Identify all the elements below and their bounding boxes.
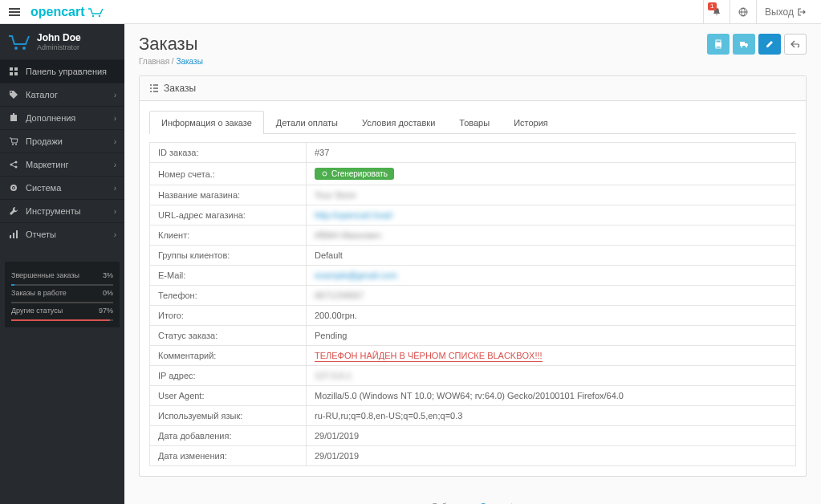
logout-button[interactable]: Выход <box>756 0 815 24</box>
nav-item-4[interactable]: Маркетинг› <box>0 152 124 176</box>
svg-rect-7 <box>10 72 13 75</box>
nav-label: Панель управления <box>26 67 107 76</box>
order-info-table: ID заказа:#37Номер счета.:СгенерироватьН… <box>149 142 796 466</box>
row-value: 200.00грн. <box>307 306 796 326</box>
row-value: #37 <box>307 143 796 163</box>
nav-item-1[interactable]: Каталог› <box>0 83 124 106</box>
nav-label: Маркетинг <box>26 160 68 169</box>
logout-label: Выход <box>765 6 794 18</box>
table-row: Номер счета.:Сгенерировать <box>150 163 796 185</box>
stat-row: Заказы в работе0% <box>11 286 113 300</box>
row-label: User Agent: <box>150 386 307 406</box>
nav-item-0[interactable]: Панель управления <box>0 59 124 83</box>
row-value: ИВАН Иванович <box>307 226 796 246</box>
profile-name: John Doe <box>37 32 81 43</box>
row-label: Группы клиентов: <box>150 246 307 266</box>
edit-button[interactable] <box>758 34 781 55</box>
wrench-icon <box>8 206 19 216</box>
row-label: Клиент: <box>150 226 307 246</box>
svg-rect-5 <box>10 67 13 71</box>
tab-1[interactable]: Детали оплаты <box>264 111 350 134</box>
row-value: Mozilla/5.0 (Windows NT 10.0; WOW64; rv:… <box>307 386 796 406</box>
table-row: Используемый язык:ru-RU,ru;q=0.8,en-US;q… <box>150 406 796 426</box>
logo-text: opencart <box>30 5 85 19</box>
row-label: Статус заказа: <box>150 326 307 346</box>
table-row: Дата добавления:29/01/2019 <box>150 426 796 446</box>
svg-point-4 <box>22 47 26 50</box>
table-row: E-Mail:example@gmail.com <box>150 266 796 286</box>
nav-item-3[interactable]: Продажи› <box>0 129 124 152</box>
nav-item-5[interactable]: Система› <box>0 176 124 199</box>
row-value: http://opencart.host/ <box>307 205 796 226</box>
back-button[interactable] <box>784 34 807 55</box>
nav-item-6[interactable]: Инструменты› <box>0 199 124 222</box>
generate-button[interactable]: Сгенерировать <box>315 168 394 180</box>
footer: Работает на Opencart Версия 2.0.3.1 <box>139 501 807 504</box>
svg-point-9 <box>10 91 12 93</box>
tabs: Информация о заказеДетали оплатыУсловия … <box>149 111 796 134</box>
nav-label: Каталог <box>26 90 58 100</box>
svg-rect-23 <box>740 42 745 46</box>
table-row: ID заказа:#37 <box>150 143 796 163</box>
row-value: Сгенерировать <box>307 163 796 185</box>
nav-label: Отчеты <box>26 230 56 239</box>
panel-heading: Заказы <box>140 76 806 101</box>
nav-item-7[interactable]: Отчеты› <box>0 222 124 246</box>
svg-point-26 <box>323 172 327 176</box>
logo[interactable]: opencart <box>30 5 105 19</box>
svg-rect-17 <box>10 235 11 238</box>
notif-count: 1 <box>708 2 716 10</box>
row-label: Комментарий: <box>150 346 307 366</box>
cart-icon <box>8 33 30 51</box>
print-shipping-button[interactable] <box>733 34 755 55</box>
tab-3[interactable]: Товары <box>447 111 502 134</box>
svg-rect-21 <box>716 40 721 43</box>
print-invoice-button[interactable] <box>707 34 730 55</box>
list-icon <box>149 83 159 93</box>
breadcrumb: Главная / Заказы <box>139 57 203 66</box>
table-row: URL-адрес магазина:http://opencart.host/ <box>150 205 796 226</box>
svg-point-24 <box>741 46 742 47</box>
table-row: Клиент:ИВАН Иванович <box>150 226 796 246</box>
tab-0[interactable]: Информация о заказе <box>149 111 264 134</box>
row-label: Телефон: <box>150 286 307 306</box>
table-row: Название магазина:Your Store <box>150 185 796 205</box>
row-value: ru-RU,ru;q=0.8,en-US;q=0.5,en;q=0.3 <box>307 406 796 426</box>
nav-label: Инструменты <box>26 206 81 216</box>
table-row: Итого:200.00грн. <box>150 306 796 326</box>
tab-2[interactable]: Условия доставки <box>350 111 447 134</box>
tag-icon <box>8 90 19 100</box>
row-label: E-Mail: <box>150 266 307 286</box>
page-title: Заказы <box>139 34 203 55</box>
stat-row: Звершенные заказы3% <box>11 268 113 282</box>
crumb-page[interactable]: Заказы <box>176 57 202 66</box>
cart-icon <box>87 6 105 18</box>
row-label: Название магазина: <box>150 185 307 205</box>
row-value: Default <box>307 246 796 266</box>
nav-label: Продажи <box>26 136 63 146</box>
table-row: Статус заказа:Pending <box>150 326 796 346</box>
table-row: Комментарий:ТЕЛЕФОН НАЙДЕН В ЧЁРНОМ СПИС… <box>150 346 796 366</box>
svg-point-1 <box>98 14 100 16</box>
dashboard-icon <box>8 67 19 76</box>
crumb-home[interactable]: Главная <box>139 57 169 66</box>
bar-icon <box>8 230 19 239</box>
row-value: 0671234567 <box>307 286 796 306</box>
notifications-button[interactable]: 1 <box>703 0 730 24</box>
puzzle-icon <box>8 113 19 123</box>
svg-rect-19 <box>16 230 18 238</box>
menu-toggle-button[interactable] <box>6 4 22 20</box>
svg-point-10 <box>12 144 14 145</box>
row-label: Используемый язык: <box>150 406 307 426</box>
table-row: IP адрес:127.0.0.1 <box>150 366 796 386</box>
table-row: Дата изменения:29/01/2019 <box>150 446 796 466</box>
svg-point-11 <box>15 144 17 145</box>
tab-4[interactable]: История <box>502 111 560 134</box>
chevron-right-icon: › <box>114 114 116 123</box>
nav-item-2[interactable]: Дополнения› <box>0 106 124 129</box>
store-button[interactable] <box>730 0 756 24</box>
blacklist-warning: ТЕЛЕФОН НАЙДЕН В ЧЁРНОМ СПИСКЕ BLACKBOX!… <box>315 351 543 362</box>
print-icon <box>713 39 723 49</box>
row-label: IP адрес: <box>150 366 307 386</box>
svg-rect-18 <box>13 233 14 238</box>
